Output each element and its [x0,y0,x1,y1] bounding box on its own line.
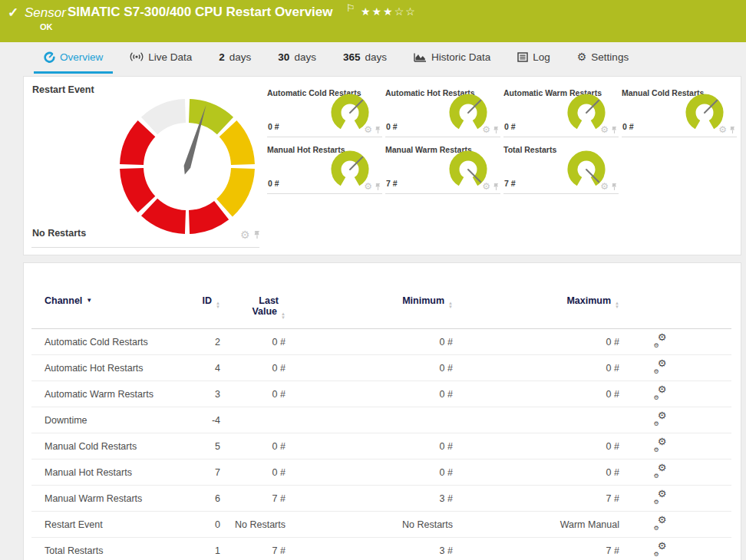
cell-channel: Automatic Warm Restarts [31,389,180,400]
column-header-label: Minimum [402,295,444,306]
mini-gauge-value: 7 # [504,179,516,188]
star-rating[interactable]: ★★★☆☆ [361,5,417,18]
main-gauge-title: Restart Event [32,84,94,95]
tab-days[interactable]: 30days [268,42,326,74]
mini-gauge-actions: ⚙ [482,182,500,191]
tab-days[interactable]: 2days [209,42,261,74]
channel-settings-icon[interactable]: ⚙⚙ [654,491,667,504]
tab-label: days [294,51,316,63]
cell-actions: ⚙⚙ [619,439,731,454]
tab-log[interactable]: Log [507,42,560,74]
cell-maximum: 0 # [453,467,619,478]
tab-number: 365 [343,51,361,63]
cell-channel: Manual Hot Restarts [31,467,180,478]
gear-icon[interactable]: ⚙ [364,182,372,191]
channel-settings-icon[interactable]: ⚙⚙ [654,413,667,426]
table-row[interactable]: Restart Event0No RestartsNo RestartsWarm… [31,512,731,538]
tab-label: Log [533,51,550,63]
cell-last-value: 7 # [220,493,286,504]
cell-id: 4 [180,363,220,374]
column-header-label: Last [259,295,279,306]
cell-last-value: 0 # [220,467,286,478]
tab-number: 30 [278,51,289,63]
main-gauge-status: No Restarts [32,228,86,239]
gear-icon[interactable]: ⚙ [240,229,250,240]
column-header-id[interactable]: ID▲▼ [180,295,220,309]
tab-live-data[interactable]: Live Data [120,42,202,74]
channel-settings-icon[interactable]: ⚙⚙ [654,361,667,374]
mini-gauge-manual-cold-restarts: Manual Cold Restarts0 #⚙ [622,88,737,137]
table-row[interactable]: Automatic Cold Restarts20 #0 #0 #⚙⚙ [31,329,731,355]
pin-icon[interactable] [729,126,736,134]
pin-icon[interactable] [253,230,261,239]
cell-id: 2 [180,337,220,348]
pin-icon[interactable] [611,183,618,191]
channel-table-panel: Channel▼ ID▲▼ Last Value▲▼ Minimum▲▼ Max… [23,262,741,560]
gear-icon[interactable]: ⚙ [482,125,490,134]
column-header-label: ID [203,295,213,306]
cell-actions: ⚙⚙ [619,517,731,532]
cell-minimum: 0 # [286,337,453,348]
status-check-icon: ✓ [8,5,18,21]
tab-settings[interactable]: ⚙Settings [567,42,639,74]
cell-channel: Automatic Hot Restarts [31,363,180,374]
cell-maximum: 0 # [453,389,619,400]
channel-settings-icon[interactable]: ⚙⚙ [654,439,667,452]
tab-number: 2 [219,51,225,63]
pin-icon[interactable] [375,126,381,134]
pin-icon[interactable] [493,126,500,134]
table-row[interactable]: Downtime-4⚙⚙ [31,407,731,433]
channel-settings-icon[interactable]: ⚙⚙ [654,387,667,400]
cell-id: 7 [180,467,220,478]
column-header-minimum[interactable]: Minimum▲▼ [286,295,453,309]
cell-actions: ⚙⚙ [619,334,731,350]
gear-icon[interactable]: ⚙ [718,125,727,134]
pin-icon[interactable] [375,183,381,191]
mini-gauge-value: 0 # [268,122,279,131]
tab-days[interactable]: 365days [333,42,397,74]
channel-settings-icon[interactable]: ⚙⚙ [654,517,667,530]
cell-id: 3 [180,389,220,400]
column-header-channel[interactable]: Channel▼ [31,295,180,306]
tab-historic-data[interactable]: Historic Data [404,42,500,74]
cell-maximum: 0 # [453,337,619,348]
table-row[interactable]: Manual Warm Restarts67 #3 #7 #⚙⚙ [31,486,731,512]
channel-settings-icon[interactable]: ⚙⚙ [654,334,667,348]
mini-gauge-automatic-hot-restarts: Automatic Hot Restarts0 #⚙ [385,88,500,137]
cell-minimum: 0 # [286,467,453,478]
tab-overview[interactable]: Overview [34,42,113,74]
cell-id: -4 [180,415,220,426]
table-row[interactable]: Manual Cold Restarts50 #0 #0 #⚙⚙ [31,433,731,460]
gear-icon[interactable]: ⚙ [482,182,490,191]
column-header-label: Maximum [566,295,611,306]
channel-settings-icon[interactable]: ⚙⚙ [654,543,667,556]
table-row[interactable]: Total Restarts17 #3 #7 #⚙⚙ [31,538,731,560]
table-row[interactable]: Automatic Hot Restarts40 #0 #0 #⚙⚙ [31,355,731,381]
mini-gauge-automatic-warm-restarts: Automatic Warm Restarts0 #⚙ [503,88,619,137]
gear-icon[interactable]: ⚙ [600,182,609,191]
column-header-maximum[interactable]: Maximum▲▼ [453,295,619,309]
table-row[interactable]: Manual Hot Restarts70 #0 #0 #⚙⚙ [31,460,731,486]
mini-gauge-actions: ⚙ [364,182,381,191]
pin-icon[interactable] [611,126,618,134]
column-header-last-value[interactable]: Last Value▲▼ [220,295,286,320]
cell-channel: Manual Warm Restarts [31,493,180,504]
cell-channel: Downtime [31,415,180,426]
table-body: Automatic Cold Restarts20 #0 #0 #⚙⚙Autom… [24,329,741,560]
cell-minimum: 3 # [286,545,453,556]
mini-gauge-value: 0 # [268,179,279,188]
cell-channel: Restart Event [31,519,180,530]
table-row[interactable]: Automatic Warm Restarts30 #0 #0 #⚙⚙ [31,381,731,407]
channel-settings-icon[interactable]: ⚙⚙ [654,465,667,478]
sort-desc-icon: ▼ [86,297,92,304]
mini-gauge-actions: ⚙ [600,125,618,134]
gear-icon[interactable]: ⚙ [364,125,372,134]
flag-icon[interactable]: ⚐ [346,2,355,14]
cell-channel: Automatic Cold Restarts [31,337,180,348]
pin-icon[interactable] [493,183,500,191]
gear-icon[interactable]: ⚙ [600,125,609,134]
mini-gauge-automatic-cold-restarts: Automatic Cold Restarts0 #⚙ [267,88,382,137]
cell-last-value: 0 # [220,441,286,452]
cell-maximum: 0 # [453,363,619,374]
column-header-label: Value [252,306,277,317]
